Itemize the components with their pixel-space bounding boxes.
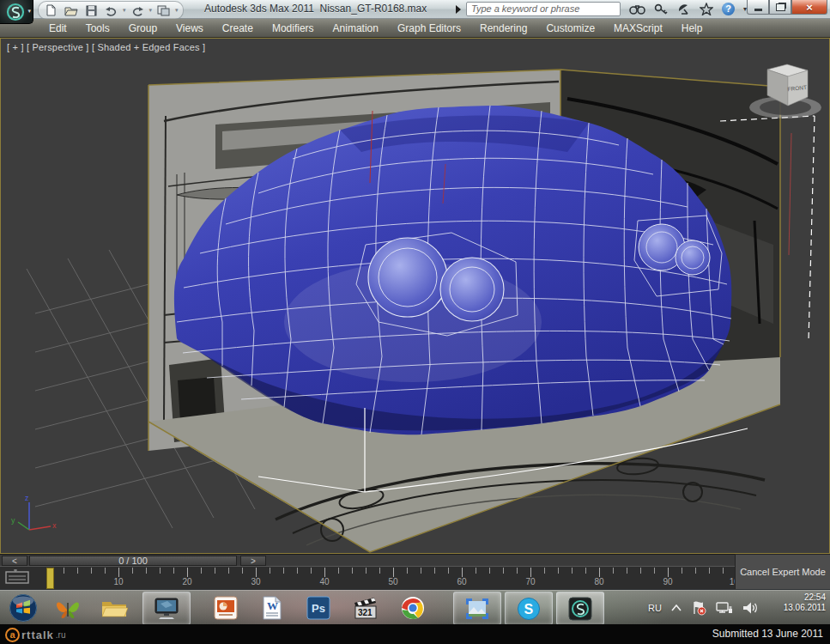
powerpoint-icon [214,596,238,620]
taskbar-computer-window[interactable] [142,592,191,625]
title-bar: ▾ ▾ ▾ Autodesk 3ds Max 2011 Nissan_GT-R0… [0,0,830,19]
restore-button[interactable] [769,0,791,15]
clock[interactable]: 22:54 13.06.2011 [784,592,826,613]
window-title: Autodesk 3ds Max 2011 Nissan_GT-R0168.ma… [204,3,453,15]
minimize-button[interactable] [747,0,769,15]
ruler-label-70: 70 [525,577,535,586]
taskbar-explorer[interactable] [94,592,134,623]
windows-orb-icon [9,593,38,623]
previous-frame-button[interactable]: < [2,556,27,566]
infocenter-arrow-icon[interactable] [456,5,461,14]
save-icon[interactable] [86,5,97,16]
clapperboard-321-icon: 321 [352,596,378,620]
frame-counter[interactable]: 0 / 100 [29,556,237,566]
undo-dropdown-icon[interactable]: ▾ [123,7,126,14]
communication-center-icon[interactable] [676,3,691,15]
ruler-label-80: 80 [594,577,603,586]
taskbar-powerpoint[interactable] [206,592,245,623]
folder-icon [100,597,128,619]
submitted-label: Submitted 13 June 2011 [712,628,823,640]
menu-views[interactable]: Views [167,20,213,37]
application-menu-button[interactable]: ▾ [0,0,33,24]
svg-text:x: x [52,521,57,530]
help-icon[interactable]: ? [722,3,735,15]
toolbar-dropdown-icon[interactable]: ▾ [175,7,179,14]
menu-edit[interactable]: Edit [39,20,76,37]
menu-tools[interactable]: Tools [76,20,119,37]
search-binoculars-icon[interactable] [629,3,645,15]
language-indicator[interactable]: RU [648,603,662,613]
ruler-label-60: 60 [457,577,466,586]
time-slider-handle[interactable] [46,568,54,589]
subscription-key-icon[interactable] [654,3,668,15]
search-input[interactable]: Type a keyword or phrase [466,2,621,16]
axis-tripod: z y x [11,494,57,530]
ruler-label-30: 30 [251,577,260,586]
svg-text:321: 321 [358,608,373,617]
taskbar-chrome[interactable] [393,592,433,623]
menu-create[interactable]: Create [213,20,263,37]
time-slider-bar: < 0 / 100 > [0,554,830,566]
taskbar-word[interactable]: W [252,592,292,623]
start-button[interactable] [3,592,43,623]
watermark-logo-icon: a [5,628,20,642]
favorites-star-icon[interactable] [700,3,713,15]
taskbar-3dsmax-window[interactable] [556,592,604,625]
chrome-icon [401,596,425,620]
viewport-scene: FRONT z y x [1,39,829,553]
3dsmax-taskbar-icon [568,597,592,621]
action-center-flag-icon[interactable] [691,600,706,616]
menu-group[interactable]: Group [119,20,167,37]
taskbar-skype-window[interactable]: S [505,592,553,625]
ruler-label-50: 50 [388,577,397,586]
taskbar-photo-viewer-window[interactable] [453,592,501,625]
svg-text:W: W [267,599,278,612]
viewport-label[interactable]: [ + ] [ Perspective ] [ Shaded + Edged F… [7,42,205,52]
timeline-ruler[interactable]: 102030405060708090100 [0,566,735,589]
ruler-label-40: 40 [319,577,329,586]
photo-viewer-icon [465,598,489,620]
appmenu-caret-icon: ▾ [27,8,31,15]
svg-text:S: S [524,602,534,617]
volume-icon[interactable] [742,601,758,615]
menu-customize[interactable]: Customize [536,20,604,37]
redo-icon[interactable] [131,5,144,16]
tray-date: 13.06.2011 [784,603,826,613]
menu-maxscript[interactable]: MAXScript [604,20,672,37]
svg-text:z: z [25,494,29,502]
menu-help[interactable]: Help [672,20,712,37]
svg-text:Ps: Ps [312,602,325,615]
windows-taskbar: W Ps 321 [0,589,830,624]
computer-icon [154,597,179,621]
show-hidden-icons-icon[interactable] [671,605,682,611]
project-toolbar-icon[interactable] [157,4,170,16]
close-button[interactable]: × [791,0,827,15]
3dsmax-logo-icon [6,3,27,21]
taskbar-media-player-classic[interactable]: 321 [345,592,385,623]
ruler-label-10: 10 [113,577,123,586]
taskbar-photoshop[interactable]: Ps [299,592,338,623]
quick-access-toolbar: ▾ ▾ ▾ [38,1,184,20]
ruler-label-20: 20 [182,577,191,586]
watermark: a rttalk .ru [5,628,65,642]
new-file-icon[interactable] [45,4,57,16]
cancel-expert-mode-button[interactable]: Cancel Expert Mode [735,554,830,589]
menu-rendering[interactable]: Rendering [470,20,536,37]
word-icon: W [261,596,283,620]
next-frame-button[interactable]: > [240,556,266,566]
perspective-viewport[interactable]: [ + ] [ Perspective ] [ Shaded + Edged F… [0,38,830,554]
redo-dropdown-icon[interactable]: ▾ [149,7,153,14]
undo-icon[interactable] [105,5,118,16]
menu-bar: EditToolsGroupViewsCreateModifiersAnimat… [0,19,830,38]
menu-graph-editors[interactable]: Graph Editors [388,20,470,37]
open-file-icon[interactable] [64,4,78,16]
network-icon[interactable] [716,601,733,615]
menu-modifiers[interactable]: Modifiers [263,20,324,37]
footer-strip: a rttalk .ru Submitted 13 June 2011 [0,624,830,644]
svg-text:y: y [11,516,15,525]
mini-curve-editor-icon[interactable] [5,569,31,586]
menu-animation[interactable]: Animation [324,20,388,37]
butterfly-icon [55,596,81,620]
skype-icon: S [517,597,541,621]
taskbar-butterfly-app[interactable] [48,592,88,623]
